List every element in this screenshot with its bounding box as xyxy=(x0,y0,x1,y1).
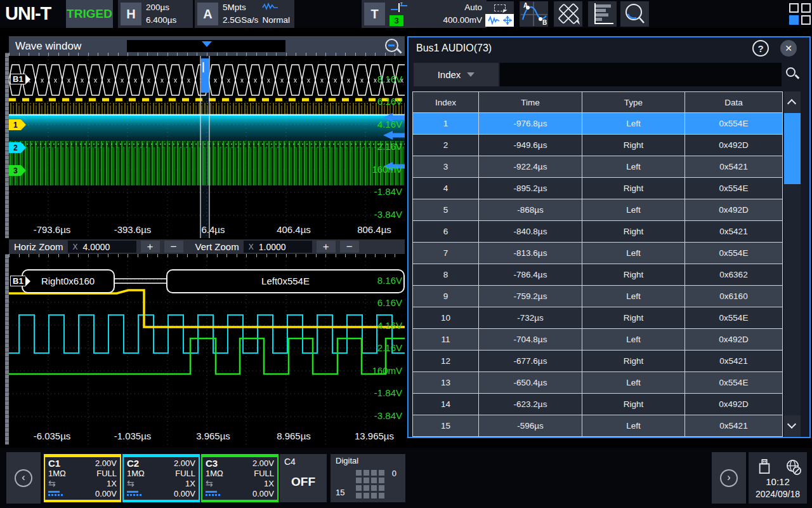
table-row[interactable]: 11 -704.8µs Left 0x492D xyxy=(412,329,783,351)
table-row[interactable]: 8 -786.4µs Right 0x6362 xyxy=(412,264,783,286)
cell-data: 0x492D xyxy=(685,199,783,221)
table-scrollbar[interactable] xyxy=(784,91,801,437)
table-row[interactable]: 1 -976.8µs Left 0x554E xyxy=(412,113,783,135)
close-icon[interactable]: ✕ xyxy=(780,40,797,57)
table-row[interactable]: 9 -759.2µs Left 0x6160 xyxy=(412,286,783,307)
horiz-zoom-increase-button[interactable]: + xyxy=(141,241,160,253)
cell-type: Left xyxy=(582,199,685,221)
chevron-right-icon: › xyxy=(720,469,738,487)
zoom-waveform-area[interactable]: Right0x6160 Left0x554E B1 8.16V6.16V 4.1… xyxy=(9,257,405,444)
selection-rect-icon xyxy=(485,1,514,14)
table-row[interactable]: 10 -732µs Right 0x554E xyxy=(412,307,783,329)
bus-event-table: Index Time Type Data 1 -976.8µs Left 0x5… xyxy=(412,91,783,437)
acquire-key: A xyxy=(197,3,218,25)
channel-4-card[interactable]: C4 OFF xyxy=(280,454,327,502)
cell-index: 2 xyxy=(412,135,479,156)
channel-1-card[interactable]: C12.00V 1MΩFULL ⇆1X 0.00V xyxy=(44,454,121,502)
vert-zoom-increase-button[interactable]: + xyxy=(317,241,336,253)
digital-last-channel: 15 xyxy=(336,488,344,497)
bandwidth-icon xyxy=(206,491,221,497)
waveform-move-tool-button[interactable] xyxy=(485,1,514,27)
cell-index: 14 xyxy=(412,394,479,415)
cell-type: Right xyxy=(582,307,685,329)
table-row[interactable]: 6 -840.8µs Right 0x5421 xyxy=(412,221,783,243)
col-header-type: Type xyxy=(582,91,685,113)
channel-2-card[interactable]: C22.00V 1MΩFULL ⇆1X 0.00V xyxy=(122,454,200,502)
main-waveform-area[interactable]: x xyxy=(9,56,405,238)
scroll-channels-left-button[interactable]: ‹ xyxy=(6,452,41,504)
col-header-index: Index xyxy=(412,91,479,113)
top-toolbar: UNI-T TRIGED H 200µs 6.400µs A 5Mpts 2.5… xyxy=(0,0,812,28)
window-layout-button[interactable] xyxy=(785,1,812,27)
scroll-up-button[interactable] xyxy=(784,91,801,113)
trigger-sweep-mode: Auto xyxy=(443,2,482,13)
bus-search-row: Index xyxy=(414,63,804,86)
zoom-tool-button[interactable] xyxy=(620,1,649,27)
channel-3-card[interactable]: C32.00V 1MΩFULL ⇆1X 0.00V xyxy=(201,454,278,502)
cell-time: -840.8µs xyxy=(479,221,582,243)
table-row[interactable]: 15 -596µs Left 0x5421 xyxy=(412,415,783,437)
cell-data: 0x492D xyxy=(685,394,783,415)
cursor-measure-button[interactable]: A B xyxy=(520,1,548,27)
cell-index: 7 xyxy=(412,243,479,264)
cell-data: 0x5421 xyxy=(685,156,783,178)
table-row[interactable]: 2 -949.6µs Right 0x492D xyxy=(412,135,783,156)
trigger-status-badge: TRIGED xyxy=(66,0,113,28)
table-row[interactable]: 12 -677.6µs Right 0x5421 xyxy=(412,351,783,372)
system-status-card[interactable]: 10:12 2024/09/18 xyxy=(749,452,807,504)
zoom-region-cursor[interactable] xyxy=(200,56,209,238)
zoom-toolbar: Horiz Zoom X4.0000 + − Vert Zoom X1.0000… xyxy=(9,239,405,254)
acquire-settings-button[interactable]: A 5Mpts 2.5GSa/s Normal xyxy=(195,0,294,28)
help-icon[interactable]: ? xyxy=(752,40,769,57)
cell-type: Left xyxy=(582,113,685,135)
bus-tag-arrow-icon xyxy=(25,276,30,286)
trigger-key: T xyxy=(364,3,385,25)
digital-channels-card[interactable]: Digital 0 15 xyxy=(331,454,405,502)
zoom-bus-b1-tag[interactable]: B1 xyxy=(10,276,30,286)
timebase-delay: 6.400µs xyxy=(146,15,176,26)
cell-data: 0x6160 xyxy=(685,286,783,307)
scroll-channels-right-button[interactable]: › xyxy=(712,452,746,504)
search-input[interactable] xyxy=(500,63,782,86)
waveform-navigation-bar[interactable] xyxy=(127,40,285,52)
table-row[interactable]: 4 -895.2µs Right 0x554E xyxy=(412,178,783,199)
cell-type: Left xyxy=(582,243,685,264)
cell-time: -759.2µs xyxy=(479,286,582,307)
svg-text:B: B xyxy=(542,19,547,26)
table-row[interactable]: 7 -813.6µs Left 0x554E xyxy=(412,243,783,264)
cell-time: -976.8µs xyxy=(479,113,582,135)
scroll-down-button[interactable] xyxy=(784,415,801,437)
horizontal-settings-button[interactable]: H 200µs 6.400µs xyxy=(118,0,193,28)
horiz-zoom-decrease-button[interactable]: − xyxy=(164,241,183,253)
table-row[interactable]: 13 -650.4µs Left 0x554E xyxy=(412,372,783,394)
cell-time: -813.6µs xyxy=(479,243,582,264)
dc-coupling-icon: ⇆ xyxy=(48,479,55,488)
acquire-mode: Normal xyxy=(262,15,290,26)
measure-button[interactable] xyxy=(554,1,582,27)
waveform-drag-icon xyxy=(485,14,514,27)
search-field-dropdown[interactable]: Index xyxy=(414,63,499,86)
zoom-out-icon[interactable] xyxy=(385,39,398,52)
digital-channel-grid-icon xyxy=(356,470,384,498)
vert-zoom-decrease-button[interactable]: − xyxy=(340,241,359,253)
trigger-position-marker[interactable] xyxy=(202,41,212,47)
cell-data: 0x5421 xyxy=(685,415,783,437)
table-row[interactable]: 14 -623.2µs Right 0x492D xyxy=(412,394,783,415)
cell-type: Right xyxy=(582,394,685,415)
svg-text:T: T xyxy=(400,2,403,6)
table-row[interactable]: 5 -868µs Left 0x492D xyxy=(412,199,783,221)
brand-logo: UNI-T xyxy=(5,3,51,24)
table-row[interactable]: 3 -922.4µs Left 0x5421 xyxy=(412,156,783,178)
vert-zoom-input[interactable]: X1.0000 xyxy=(244,241,312,253)
search-icon xyxy=(786,67,796,77)
statistics-button[interactable] xyxy=(588,1,617,27)
trigger-settings-button[interactable]: T T 3 Auto 400.00mV xyxy=(362,0,487,28)
bus-panel-header: Bus1 AUDIO(73) ? ✕ xyxy=(409,37,809,59)
cell-index: 9 xyxy=(412,286,479,307)
horizontal-key: H xyxy=(121,3,141,25)
network-disconnected-icon xyxy=(785,458,802,476)
horiz-zoom-input[interactable]: X4.0000 xyxy=(68,241,136,253)
search-button[interactable] xyxy=(782,63,804,86)
bus-b1-tag[interactable]: B1 xyxy=(10,74,30,84)
scrollbar-thumb[interactable] xyxy=(784,113,801,184)
